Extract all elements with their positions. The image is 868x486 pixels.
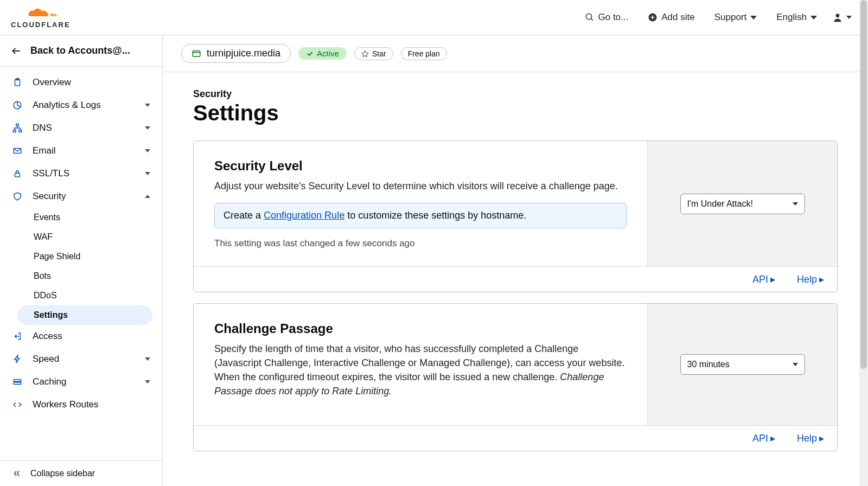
nav-caching[interactable]: Caching <box>0 370 162 393</box>
chevron-down-icon <box>145 126 150 130</box>
last-changed-text: This setting was last changed a few seco… <box>214 238 627 249</box>
star-icon <box>361 50 369 57</box>
card-title: Challenge Passage <box>214 321 627 336</box>
back-to-accounts[interactable]: Back to Accounts@... <box>0 35 162 67</box>
nav-ssl-tls[interactable]: SSL/TLS <box>0 162 162 185</box>
help-link[interactable]: Help▸ <box>797 432 824 444</box>
subnav-events[interactable]: Events <box>34 208 162 227</box>
help-link[interactable]: Help▸ <box>797 273 824 285</box>
collapse-sidebar[interactable]: Collapse sidebar <box>0 461 162 486</box>
add-site-button[interactable]: Add site <box>638 12 704 23</box>
language-menu[interactable]: English <box>767 12 827 23</box>
sidebar: Back to Accounts@... Overview Analytics … <box>0 35 163 486</box>
cloudflare-logo[interactable]: CLOUDFLARE <box>11 7 71 29</box>
config-rule-note: Create a Configuration Rule to customize… <box>214 203 627 228</box>
lock-icon <box>12 169 23 178</box>
chevron-down-icon <box>145 380 150 383</box>
caret-down-icon <box>810 16 817 20</box>
card-challenge-passage: Challenge Passage Specify the length of … <box>193 303 838 451</box>
drive-icon <box>12 377 23 387</box>
search-icon <box>585 12 595 22</box>
sidebar-nav: Overview Analytics & Logs DNS Email SSL/… <box>0 67 162 420</box>
nav-speed[interactable]: Speed <box>0 348 162 370</box>
nav-access[interactable]: Access <box>0 325 162 348</box>
goto-search[interactable]: Go to... <box>575 12 639 23</box>
security-submenu: Events WAF Page Shield Bots DDoS Setting… <box>0 208 162 325</box>
caret-down-icon <box>846 16 852 19</box>
cloud-icon <box>24 7 58 20</box>
subnav-settings[interactable]: Settings <box>17 305 152 325</box>
chevron-down-icon <box>145 172 150 175</box>
window-icon <box>192 49 201 59</box>
nav-security[interactable]: Security <box>0 185 162 208</box>
star-button[interactable]: Star <box>354 47 393 60</box>
svg-rect-14 <box>14 382 21 385</box>
card-security-level: Security Level Adjust your website's Sec… <box>193 140 838 292</box>
configuration-rule-link[interactable]: Configuration Rule <box>264 210 344 221</box>
page-title: Settings <box>193 101 838 125</box>
api-link[interactable]: API▸ <box>752 432 775 444</box>
chevrons-left-icon <box>12 469 22 478</box>
support-menu[interactable]: Support <box>705 12 767 23</box>
svg-rect-12 <box>15 173 20 177</box>
status-active: Active <box>298 47 347 60</box>
api-link[interactable]: API▸ <box>752 273 775 285</box>
nav-overview[interactable]: Overview <box>0 71 162 94</box>
exit-icon <box>12 331 23 341</box>
scrollbar-thumb[interactable] <box>860 0 867 369</box>
bolt-icon <box>12 354 23 364</box>
domain-bar: turnipjuice.media Active Star Free plan <box>163 35 868 72</box>
envelope-icon <box>12 146 23 156</box>
domain-chip[interactable]: turnipjuice.media <box>181 44 291 63</box>
nav-workers[interactable]: Workers Routes <box>0 393 162 416</box>
card-title: Security Level <box>214 158 627 174</box>
user-icon <box>832 12 843 23</box>
subnav-ddos[interactable]: DDoS <box>34 286 162 305</box>
nav-email[interactable]: Email <box>0 139 162 162</box>
card-desc: Specify the length of time that a visito… <box>214 342 627 398</box>
subnav-bots[interactable]: Bots <box>34 266 162 286</box>
arrow-left-icon <box>11 46 22 56</box>
code-icon <box>12 400 23 410</box>
nav-analytics[interactable]: Analytics & Logs <box>0 94 162 117</box>
svg-point-3 <box>836 14 840 17</box>
card-desc: Adjust your website's Security Level to … <box>214 179 627 193</box>
svg-marker-17 <box>362 50 368 56</box>
sitemap-icon <box>12 123 23 133</box>
clipboard-icon <box>12 78 23 87</box>
svg-point-0 <box>586 14 592 20</box>
plus-circle-icon <box>648 12 658 22</box>
caret-down-icon <box>793 363 798 366</box>
security-level-select[interactable]: I'm Under Attack! <box>680 194 805 214</box>
subnav-waf[interactable]: WAF <box>34 227 162 247</box>
plan-badge[interactable]: Free plan <box>401 47 447 60</box>
top-header: CLOUDFLARE Go to... Add site Support Eng… <box>0 0 868 35</box>
chevron-up-icon <box>145 195 150 198</box>
svg-rect-15 <box>193 50 200 56</box>
check-icon <box>306 50 314 57</box>
chevron-down-icon <box>145 104 150 107</box>
challenge-passage-select[interactable]: 30 minutes <box>680 354 805 375</box>
subnav-page-shield[interactable]: Page Shield <box>34 247 162 266</box>
pie-chart-icon <box>12 100 23 110</box>
svg-rect-10 <box>19 130 22 132</box>
chevron-down-icon <box>145 357 150 361</box>
account-menu[interactable] <box>827 12 857 23</box>
svg-rect-13 <box>14 380 21 382</box>
caret-down-icon <box>793 202 798 206</box>
caret-down-icon <box>750 16 757 20</box>
svg-rect-9 <box>14 130 16 132</box>
scrollbar[interactable] <box>859 0 868 486</box>
svg-rect-8 <box>16 124 19 126</box>
shield-icon <box>12 191 23 201</box>
chevron-down-icon <box>145 149 150 152</box>
main-content: turnipjuice.media Active Star Free plan … <box>163 35 868 486</box>
page-eyebrow: Security <box>193 88 838 100</box>
nav-dns[interactable]: DNS <box>0 117 162 139</box>
svg-line-1 <box>591 18 593 21</box>
